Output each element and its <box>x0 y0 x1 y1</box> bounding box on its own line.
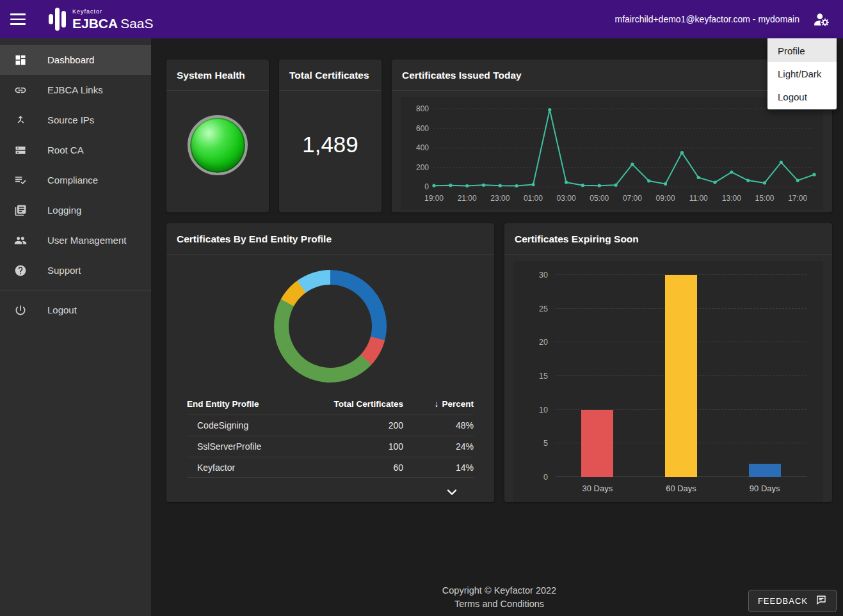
menu-item-profile[interactable]: Profile <box>767 39 837 62</box>
sidebar: DashboardEJBCA LinksSource IPsRoot CACom… <box>0 38 151 616</box>
column-header-total[interactable]: Total Certificates <box>294 399 403 409</box>
page-footer: Copyright © Keyfactor 2022 Terms and Con… <box>166 584 832 611</box>
svg-text:09:00: 09:00 <box>656 194 675 203</box>
total-certificates-card: Total Certificates 1,489 <box>279 59 381 212</box>
keyfactor-logo-icon <box>49 6 66 33</box>
bar-category-label: 60 Days <box>666 484 696 493</box>
svg-text:05:00: 05:00 <box>590 194 609 203</box>
sidebar-item-root-ca[interactable]: Root CA <box>0 135 151 165</box>
people-icon <box>14 234 27 247</box>
column-header-percent[interactable]: ↓Percent <box>403 399 474 409</box>
checklist-icon <box>14 174 27 187</box>
sidebar-item-ejbca-links[interactable]: EJBCA Links <box>0 75 151 105</box>
brand-company: Keyfactor <box>72 9 154 15</box>
svg-text:600: 600 <box>416 124 429 133</box>
table-row[interactable]: SslServerProfile10024% <box>187 436 474 457</box>
svg-text:19:00: 19:00 <box>424 194 444 203</box>
expiring-bar-chart: 05101520253030 Days60 Days90 Days <box>513 261 823 502</box>
system-health-indicator <box>188 115 248 175</box>
brand-product: EJBCA <box>72 16 118 31</box>
brand-logo: Keyfactor EJBCASaaS <box>49 6 154 33</box>
certificates-by-profile-card: Certificates By End Entity Profile End E… <box>166 223 494 502</box>
account-label: mfairchild+demo1@keyfactor.com - mydomai… <box>615 14 799 24</box>
top-bar: Keyfactor EJBCASaaS mfairchild+demo1@key… <box>0 0 843 38</box>
certificates-issued-today-card: Certificates Issued Today 80060040020001… <box>392 59 832 212</box>
merge-arrows-icon <box>14 114 27 127</box>
dashboard-icon <box>14 54 27 67</box>
system-health-title: System Health <box>166 59 269 91</box>
svg-text:23:00: 23:00 <box>490 194 510 203</box>
total-certificates-value: 1,489 <box>279 132 381 157</box>
sidebar-divider <box>0 290 151 290</box>
link-icon <box>14 84 27 97</box>
menu-item-light-dark[interactable]: Light/Dark <box>767 62 837 85</box>
bar-category-label: 90 Days <box>750 484 780 493</box>
svg-text:0: 0 <box>424 182 429 191</box>
bar-category-label: 30 Days <box>582 484 613 493</box>
end-entity-donut-chart <box>274 270 387 383</box>
bar-90-days <box>749 464 781 477</box>
sidebar-item-dashboard[interactable]: Dashboard <box>0 45 151 75</box>
svg-text:21:00: 21:00 <box>458 194 477 203</box>
svg-text:07:00: 07:00 <box>623 194 642 203</box>
copyright-text: Copyright © Keyfactor 2022 <box>166 584 832 597</box>
certificates-issued-today-title: Certificates Issued Today <box>392 59 832 91</box>
feedback-button[interactable]: FEEDBACK <box>748 590 837 612</box>
certificates-expiring-title: Certificates Expiring Soon <box>504 223 832 255</box>
sidebar-item-logging[interactable]: Logging <box>0 195 151 225</box>
issued-today-line-chart: 800600400200019:0021:0023:0001:0003:0005… <box>401 97 823 210</box>
system-health-card: System Health <box>166 59 269 212</box>
sidebar-item-user-management[interactable]: User Management <box>0 225 151 255</box>
library-icon <box>14 204 27 217</box>
svg-text:400: 400 <box>416 143 429 152</box>
end-entity-table: End Entity Profile Total Certificates ↓P… <box>187 393 474 478</box>
bar-30-days <box>581 410 613 477</box>
expand-table-button[interactable] <box>444 484 460 501</box>
table-row[interactable]: Keyfactor6014% <box>187 457 474 478</box>
account-settings-icon[interactable] <box>810 8 833 31</box>
svg-text:200: 200 <box>416 163 429 172</box>
table-header-row: End Entity Profile Total Certificates ↓P… <box>187 393 474 415</box>
total-certificates-title: Total Certificates <box>279 59 381 91</box>
help-icon <box>14 264 27 277</box>
certificates-by-profile-title: Certificates By End Entity Profile <box>166 223 494 255</box>
table-row[interactable]: CodeSigning20048% <box>187 415 474 436</box>
certificates-expiring-card: Certificates Expiring Soon 0510152025303… <box>504 223 832 502</box>
svg-text:03:00: 03:00 <box>557 194 576 203</box>
terms-link[interactable]: Terms and Conditions <box>454 599 544 609</box>
power-icon <box>14 304 27 317</box>
sidebar-item-logout[interactable]: Logout <box>0 295 151 325</box>
brand-suffix: SaaS <box>120 16 153 31</box>
sidebar-item-support[interactable]: Support <box>0 255 151 285</box>
chevron-down-icon <box>444 492 460 501</box>
svg-text:01:00: 01:00 <box>524 194 543 203</box>
svg-text:15:00: 15:00 <box>755 194 775 203</box>
svg-text:17:00: 17:00 <box>788 194 807 203</box>
storage-icon <box>14 144 27 157</box>
feedback-bubble-icon <box>815 594 827 608</box>
user-dropdown-menu: ProfileLight/DarkLogout <box>767 38 837 109</box>
column-header-profile[interactable]: End Entity Profile <box>187 399 294 409</box>
sidebar-item-source-ips[interactable]: Source IPs <box>0 105 151 135</box>
sort-descending-icon: ↓ <box>434 399 438 409</box>
svg-text:13:00: 13:00 <box>722 194 741 203</box>
svg-text:11:00: 11:00 <box>689 194 708 203</box>
menu-icon[interactable] <box>10 8 32 30</box>
svg-text:800: 800 <box>416 104 429 113</box>
bar-60-days <box>665 275 697 477</box>
menu-item-logout[interactable]: Logout <box>767 85 837 108</box>
main-content: System Health Total Certificates 1,489 C… <box>151 38 843 616</box>
sidebar-item-compliance[interactable]: Compliance <box>0 165 151 195</box>
